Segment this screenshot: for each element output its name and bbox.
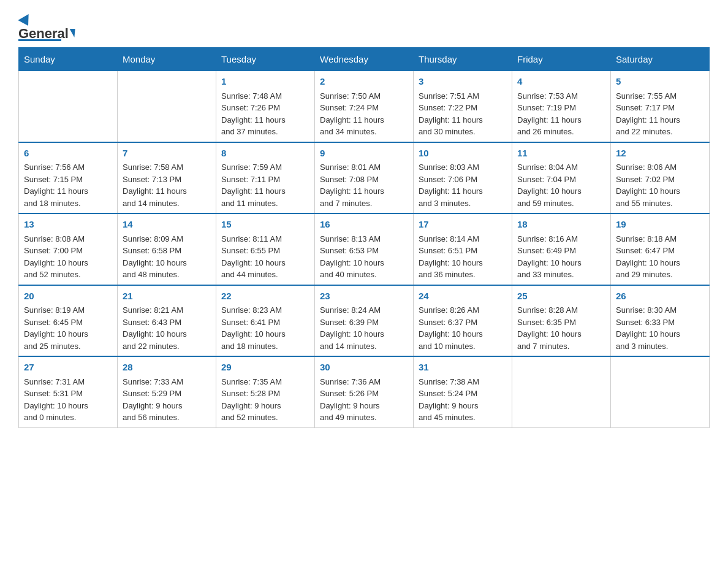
day-info: Sunrise: 7:50 AMSunset: 7:24 PMDaylight:… (320, 91, 384, 137)
calendar-cell (512, 356, 611, 427)
calendar-cell: 5Sunrise: 7:55 AMSunset: 7:17 PMDaylight… (611, 71, 710, 142)
day-info: Sunrise: 7:36 AMSunset: 5:26 PMDaylight:… (320, 377, 381, 423)
day-number: 6 (24, 147, 112, 161)
day-number: 26 (616, 289, 704, 304)
day-number: 1 (221, 75, 309, 89)
calendar-cell: 6Sunrise: 7:56 AMSunset: 7:15 PMDaylight… (19, 142, 118, 214)
day-info: Sunrise: 7:48 AMSunset: 7:26 PMDaylight:… (221, 91, 286, 137)
day-number: 30 (320, 361, 408, 375)
calendar-cell: 28Sunrise: 7:33 AMSunset: 5:29 PMDayligh… (118, 356, 216, 427)
day-info: Sunrise: 7:38 AMSunset: 5:24 PMDaylight:… (419, 377, 479, 423)
calendar-header-saturday: Saturday (611, 48, 710, 71)
calendar-cell: 4Sunrise: 7:53 AMSunset: 7:19 PMDaylight… (512, 71, 611, 142)
day-info: Sunrise: 8:09 AMSunset: 6:58 PMDaylight:… (123, 234, 187, 280)
day-info: Sunrise: 8:06 AMSunset: 7:02 PMDaylight:… (616, 163, 680, 208)
day-info: Sunrise: 7:33 AMSunset: 5:29 PMDaylight:… (123, 377, 183, 423)
day-number: 27 (24, 361, 112, 375)
day-info: Sunrise: 7:58 AMSunset: 7:13 PMDaylight:… (123, 163, 187, 208)
calendar-cell: 2Sunrise: 7:50 AMSunset: 7:24 PMDaylight… (315, 71, 414, 142)
logo-arrow-icon (69, 29, 75, 37)
calendar-cell: 7Sunrise: 7:58 AMSunset: 7:13 PMDaylight… (118, 142, 216, 214)
calendar-cell (118, 71, 216, 142)
day-info: Sunrise: 7:35 AMSunset: 5:28 PMDaylight:… (221, 377, 282, 423)
day-number: 21 (123, 289, 211, 304)
page-header: General (18, 12, 710, 41)
day-info: Sunrise: 8:26 AMSunset: 6:37 PMDaylight:… (419, 305, 483, 351)
calendar-cell: 19Sunrise: 8:18 AMSunset: 6:47 PMDayligh… (611, 213, 710, 285)
day-number: 14 (123, 218, 211, 232)
day-number: 16 (320, 218, 408, 232)
day-info: Sunrise: 8:30 AMSunset: 6:33 PMDaylight:… (616, 305, 680, 351)
calendar-cell: 1Sunrise: 7:48 AMSunset: 7:26 PMDaylight… (216, 71, 315, 142)
day-number: 3 (419, 75, 507, 89)
calendar-cell: 29Sunrise: 7:35 AMSunset: 5:28 PMDayligh… (216, 356, 315, 427)
day-number: 10 (419, 147, 507, 161)
day-number: 7 (123, 147, 211, 161)
calendar-cell: 30Sunrise: 7:36 AMSunset: 5:26 PMDayligh… (315, 356, 414, 427)
calendar-header-wednesday: Wednesday (315, 48, 414, 71)
calendar-week-3: 13Sunrise: 8:08 AMSunset: 7:00 PMDayligh… (19, 213, 710, 285)
day-info: Sunrise: 8:23 AMSunset: 6:41 PMDaylight:… (221, 305, 286, 351)
day-number: 12 (616, 147, 704, 161)
calendar-cell: 18Sunrise: 8:16 AMSunset: 6:49 PMDayligh… (512, 213, 611, 285)
calendar-cell: 26Sunrise: 8:30 AMSunset: 6:33 PMDayligh… (611, 285, 710, 357)
day-number: 8 (221, 147, 309, 161)
calendar-cell: 15Sunrise: 8:11 AMSunset: 6:55 PMDayligh… (216, 213, 315, 285)
day-number: 22 (221, 289, 309, 304)
day-info: Sunrise: 8:28 AMSunset: 6:35 PMDaylight:… (517, 305, 582, 351)
day-number: 5 (616, 75, 704, 89)
day-number: 23 (320, 289, 408, 304)
day-info: Sunrise: 8:13 AMSunset: 6:53 PMDaylight:… (320, 234, 384, 280)
calendar-cell (611, 356, 710, 427)
calendar-week-5: 27Sunrise: 7:31 AMSunset: 5:31 PMDayligh… (19, 356, 710, 427)
calendar-week-1: 1Sunrise: 7:48 AMSunset: 7:26 PMDaylight… (19, 71, 710, 142)
day-info: Sunrise: 7:55 AMSunset: 7:17 PMDaylight:… (616, 91, 680, 137)
calendar-cell: 21Sunrise: 8:21 AMSunset: 6:43 PMDayligh… (118, 285, 216, 357)
calendar-cell: 24Sunrise: 8:26 AMSunset: 6:37 PMDayligh… (414, 285, 512, 357)
calendar-header-friday: Friday (512, 48, 611, 71)
calendar-cell: 20Sunrise: 8:19 AMSunset: 6:45 PMDayligh… (19, 285, 118, 357)
day-info: Sunrise: 8:04 AMSunset: 7:04 PMDaylight:… (517, 163, 582, 208)
day-number: 2 (320, 75, 408, 89)
day-number: 4 (517, 75, 605, 89)
calendar-table: SundayMondayTuesdayWednesdayThursdayFrid… (18, 47, 710, 428)
day-info: Sunrise: 8:16 AMSunset: 6:49 PMDaylight:… (517, 234, 582, 280)
day-number: 19 (616, 218, 704, 232)
day-info: Sunrise: 8:03 AMSunset: 7:06 PMDaylight:… (419, 163, 483, 208)
day-info: Sunrise: 7:56 AMSunset: 7:15 PMDaylight:… (24, 163, 88, 208)
calendar-cell: 14Sunrise: 8:09 AMSunset: 6:58 PMDayligh… (118, 213, 216, 285)
calendar-week-2: 6Sunrise: 7:56 AMSunset: 7:15 PMDaylight… (19, 142, 710, 214)
day-info: Sunrise: 8:21 AMSunset: 6:43 PMDaylight:… (123, 305, 187, 351)
day-number: 24 (419, 289, 507, 304)
day-number: 15 (221, 218, 309, 232)
calendar-cell: 11Sunrise: 8:04 AMSunset: 7:04 PMDayligh… (512, 142, 611, 214)
calendar-header-row: SundayMondayTuesdayWednesdayThursdayFrid… (19, 48, 710, 71)
day-number: 9 (320, 147, 408, 161)
day-number: 17 (419, 218, 507, 232)
calendar-cell (19, 71, 118, 142)
day-number: 13 (24, 218, 112, 232)
day-info: Sunrise: 8:24 AMSunset: 6:39 PMDaylight:… (320, 305, 384, 351)
day-info: Sunrise: 8:08 AMSunset: 7:00 PMDaylight:… (24, 234, 88, 280)
day-info: Sunrise: 7:59 AMSunset: 7:11 PMDaylight:… (221, 163, 286, 208)
calendar-cell: 25Sunrise: 8:28 AMSunset: 6:35 PMDayligh… (512, 285, 611, 357)
day-info: Sunrise: 7:31 AMSunset: 5:31 PMDaylight:… (24, 377, 88, 423)
calendar-cell: 3Sunrise: 7:51 AMSunset: 7:22 PMDaylight… (414, 71, 512, 142)
calendar-cell: 22Sunrise: 8:23 AMSunset: 6:41 PMDayligh… (216, 285, 315, 357)
day-info: Sunrise: 7:53 AMSunset: 7:19 PMDaylight:… (517, 91, 582, 137)
day-info: Sunrise: 8:14 AMSunset: 6:51 PMDaylight:… (419, 234, 483, 280)
calendar-cell: 13Sunrise: 8:08 AMSunset: 7:00 PMDayligh… (19, 213, 118, 285)
calendar-header-sunday: Sunday (19, 48, 118, 71)
day-info: Sunrise: 8:18 AMSunset: 6:47 PMDaylight:… (616, 234, 680, 280)
calendar-cell: 12Sunrise: 8:06 AMSunset: 7:02 PMDayligh… (611, 142, 710, 214)
calendar-cell: 23Sunrise: 8:24 AMSunset: 6:39 PMDayligh… (315, 285, 414, 357)
day-number: 20 (24, 289, 112, 304)
day-number: 31 (419, 361, 507, 375)
calendar-cell: 27Sunrise: 7:31 AMSunset: 5:31 PMDayligh… (19, 356, 118, 427)
day-number: 25 (517, 289, 605, 304)
calendar-cell: 31Sunrise: 7:38 AMSunset: 5:24 PMDayligh… (414, 356, 512, 427)
day-info: Sunrise: 8:01 AMSunset: 7:08 PMDaylight:… (320, 163, 384, 208)
day-info: Sunrise: 8:11 AMSunset: 6:55 PMDaylight:… (221, 234, 286, 280)
calendar-header-tuesday: Tuesday (216, 48, 315, 71)
calendar-cell: 16Sunrise: 8:13 AMSunset: 6:53 PMDayligh… (315, 213, 414, 285)
